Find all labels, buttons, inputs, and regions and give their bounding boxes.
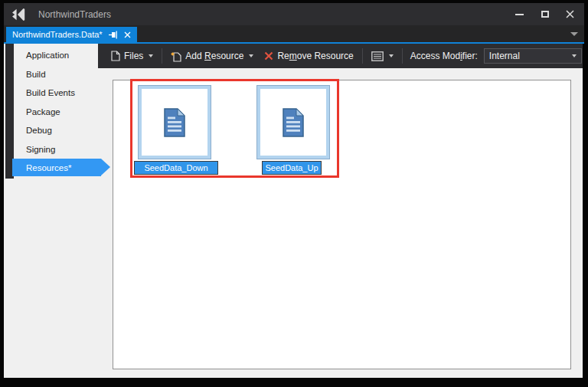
project-properties-page: Application Build Build Events Package D… <box>4 44 583 378</box>
document-tab-bar: NorthwindTraders.Data* <box>4 25 584 42</box>
remove-resource-mnemonic: m <box>289 51 297 61</box>
access-modifier-value: Internal <box>489 51 520 61</box>
add-resource-mnemonic: R <box>204 51 211 61</box>
document-list-dropdown-icon[interactable] <box>570 32 578 36</box>
add-resource-icon <box>171 51 181 62</box>
files-button[interactable]: Files <box>106 47 158 65</box>
toolbar-separator <box>162 48 162 64</box>
sidebar-item-resources[interactable]: Resources* <box>12 159 101 176</box>
details-view-icon <box>371 51 384 61</box>
chevron-down-icon <box>249 54 253 57</box>
toolbar-separator <box>362 48 363 64</box>
tab-northwindtraders-data[interactable]: NorthwindTraders.Data* <box>6 27 137 42</box>
remove-resource-label: Re <box>277 51 289 61</box>
maximize-button[interactable] <box>532 3 557 25</box>
sidebar-item-build-events[interactable]: Build Events <box>14 84 101 103</box>
access-modifier-label: Access Modifier: <box>410 51 478 61</box>
minimize-button[interactable] <box>507 3 532 25</box>
access-modifier-label-post: fier: <box>462 51 478 61</box>
add-resource-label: Add <box>185 51 204 61</box>
window-title: NorthwindTraders <box>38 9 111 20</box>
properties-tab-list: Application Build Build Events Package D… <box>14 46 101 176</box>
visual-studio-logo-icon <box>11 7 26 22</box>
view-style-button[interactable] <box>366 47 399 65</box>
sidebar-item-build[interactable]: Build <box>14 65 101 84</box>
tab-label: NorthwindTraders.Data* <box>12 30 103 39</box>
minimize-icon <box>515 14 524 15</box>
sidebar-item-package[interactable]: Package <box>14 103 101 122</box>
sidebar-item-application[interactable]: Application <box>14 46 101 65</box>
add-resource-label-post: esource <box>211 51 244 61</box>
chevron-down-icon <box>149 54 153 57</box>
sidebar-item-debug[interactable]: Debug <box>14 121 101 140</box>
resources-toolbar: Files Add Resource Remove Resource <box>98 44 583 68</box>
pin-icon[interactable] <box>109 31 118 39</box>
remove-resource-button[interactable]: Remove Resource <box>259 47 358 65</box>
title-bar: NorthwindTraders <box>4 3 584 25</box>
annotation-highlight-rectangle <box>130 79 339 178</box>
chevron-down-icon <box>572 54 577 57</box>
maximize-icon <box>541 11 549 18</box>
close-icon <box>566 10 574 18</box>
access-modifier-label-pre: Access Mod <box>410 51 460 61</box>
remove-icon <box>264 51 273 61</box>
sidebar-item-signing[interactable]: Signing <box>14 140 101 159</box>
files-label: Files <box>124 51 143 61</box>
chevron-down-icon <box>389 54 394 57</box>
add-resource-button[interactable]: Add Resource <box>165 47 259 65</box>
vs-window: NorthwindTraders NorthwindTraders.Data* … <box>0 0 588 387</box>
window-controls <box>507 3 583 25</box>
access-modifier-select[interactable]: Internal <box>484 48 582 64</box>
toolbar-separator <box>402 48 403 64</box>
close-tab-icon[interactable] <box>124 31 131 38</box>
remove-resource-label-post: ove Resource <box>297 51 354 61</box>
close-button[interactable] <box>557 3 583 25</box>
file-icon <box>111 51 120 61</box>
